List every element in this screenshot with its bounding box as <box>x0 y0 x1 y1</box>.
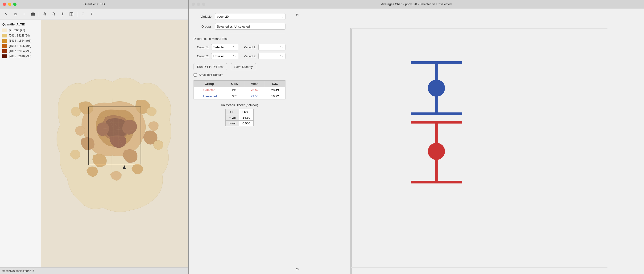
unselected-point <box>428 80 445 97</box>
row-selected-mean: 73.69 <box>244 87 265 93</box>
anova-table: D.F. 568 F-val 14.19 p-val 0.000 <box>225 109 254 126</box>
right-titlebar: Averages Chart - ppov_20 - Selected vs U… <box>189 0 644 8</box>
legend-color-6 <box>2 54 7 58</box>
row-unselected-sd: 16.22 <box>265 93 286 99</box>
period2-label: Period 2: <box>241 54 256 58</box>
map-toolbar: ↖ ⧉ + ✛ <box>0 8 188 20</box>
legend-label-4: [1585 : 1806] (96) <box>9 44 31 48</box>
chart-svg-container: 84 63 42 21 0 <box>290 11 642 274</box>
groups-select-wrapper: Selected vs. Unselected ⌃⌄ <box>215 23 286 30</box>
left-window: Quantile: ALTID ↖ ⧉ + <box>0 0 188 274</box>
left-window-title: Quantile: ALTID <box>84 2 105 6</box>
stats-table: Group Obs. Mean S.D. Selected 215 73.69 … <box>194 80 286 99</box>
legend-label-3: [1414 : 1584] (95) <box>9 39 31 42</box>
anova-df-label: D.F. <box>225 109 239 115</box>
save-dummy-button[interactable]: Save Dummy <box>231 63 256 70</box>
legend-item-3: [1414 : 1584] (95) <box>2 39 39 43</box>
map-area: Quantile: ALTID [2 : 539] (95) [541 : 14… <box>0 20 188 268</box>
minimize-button[interactable] <box>8 2 11 6</box>
legend-label-5: [1807 : 2084] (95) <box>9 49 31 53</box>
col-group: Group <box>194 81 225 87</box>
svg-line-5 <box>46 15 46 16</box>
right-min-btn <box>197 2 200 6</box>
col-obs: Obs. <box>225 81 244 87</box>
maximize-button[interactable] <box>13 2 16 6</box>
group1-select[interactable]: Selected <box>211 44 238 50</box>
right-window-title: Averages Chart - ppov_20 - Selected vs U… <box>381 2 452 6</box>
toolbar-separator-1 <box>39 11 39 17</box>
group1-label: Group 1: <box>194 45 209 49</box>
variable-select[interactable]: ppov_20 <box>215 13 286 20</box>
save-results-row: Save Test Results <box>194 73 286 77</box>
run-diff-test-button[interactable]: Run Diff-in-Diff Test <box>194 63 227 70</box>
anova-pval-value: 0.000 <box>239 121 254 126</box>
legend-item-1: [2 : 539] (95) <box>2 28 39 32</box>
diff-test-title: Difference-in-Means Test: <box>194 37 286 40</box>
group2-row: Group 2: Unselec... ⌃⌄ Period 2: ⌃⌄ <box>194 53 286 59</box>
legend-color-2 <box>2 34 7 37</box>
variable-select-wrapper: ppov_20 ⌃⌄ <box>215 13 286 20</box>
save-results-checkbox[interactable] <box>194 73 197 77</box>
row-unselected-group: Unselected <box>194 93 225 99</box>
groups-label: Groups: <box>194 25 212 28</box>
legend-label-6: [2085 : 2616] (95) <box>9 55 31 58</box>
anova-section: Do Means Differ? (ANOVA) D.F. 568 F-val … <box>194 103 286 126</box>
pan-tool[interactable]: ✛ <box>59 10 66 18</box>
table-row-unselected: Unselected 355 79.53 16.22 <box>194 93 286 99</box>
group2-select[interactable]: Unselec... <box>211 53 238 59</box>
chart-area: 84 63 42 21 0 <box>290 8 644 274</box>
row-selected-obs: 215 <box>225 87 244 93</box>
col-sd: S.D. <box>265 81 286 87</box>
refresh-tool[interactable]: ↻ <box>88 10 96 18</box>
save-results-label[interactable]: Save Test Results <box>199 73 223 77</box>
layer-tool[interactable] <box>29 10 37 18</box>
selected-point <box>428 143 445 160</box>
right-content: Variable: ppov_20 ⌃⌄ Groups: Selected vs… <box>189 8 644 274</box>
svg-line-9 <box>54 15 56 16</box>
right-window: Averages Chart - ppov_20 - Selected vs U… <box>189 0 644 274</box>
group1-select-wrapper: Selected ⌃⌄ <box>211 44 238 50</box>
chart-inner: ppov_20 <box>300 11 642 274</box>
legend-color-3 <box>2 39 7 43</box>
y-tick-84: 84 <box>296 13 299 16</box>
groups-row: Groups: Selected vs. Unselected ⌃⌄ <box>194 23 286 30</box>
left-titlebar: Quantile: ALTID <box>0 0 188 8</box>
period1-select[interactable] <box>258 44 286 50</box>
zoom-out-tool[interactable] <box>50 10 57 18</box>
col-mean: Mean <box>244 81 265 87</box>
zoom-extent-tool[interactable] <box>68 10 75 18</box>
table-row-selected: Selected 215 73.69 20.49 <box>194 87 286 93</box>
group2-select-wrapper: Unselec... ⌃⌄ <box>211 53 238 59</box>
legend-label-1: [2 : 539] (95) <box>9 29 25 32</box>
map-viewport[interactable] <box>41 20 188 268</box>
right-window-controls <box>192 2 205 6</box>
toolbar-separator-2 <box>77 11 77 17</box>
groups-select[interactable]: Selected vs. Unselected <box>215 23 286 30</box>
select-tool[interactable]: ↖ <box>2 10 10 18</box>
period1-select-wrapper: ⌃⌄ <box>258 44 286 50</box>
row-unselected-obs: 355 <box>225 93 244 99</box>
period2-select[interactable] <box>258 53 286 59</box>
anova-fval-label: F-val <box>225 115 239 121</box>
right-max-btn <box>202 2 205 6</box>
zoom-in-tool[interactable] <box>41 10 48 18</box>
row-selected-sd: 20.49 <box>265 87 286 93</box>
group1-row: Group 1: Selected ⌃⌄ Period 1: ⌃⌄ <box>194 44 286 50</box>
status-text: #obs=570 #selected=215 <box>2 269 34 273</box>
svg-marker-14 <box>82 12 84 15</box>
anova-pval-label: p-val <box>225 121 239 126</box>
legend-label-2: [541 : 1413] (94) <box>9 34 30 37</box>
anova-row-fval: F-val 14.19 <box>225 115 254 121</box>
add-tool[interactable]: + <box>20 10 28 18</box>
group2-label: Group 2: <box>194 54 209 58</box>
legend-color-1 <box>2 28 7 32</box>
anova-fval-value: 14.19 <box>239 115 254 121</box>
action-buttons-row: Run Diff-in-Diff Test Save Dummy <box>194 63 286 70</box>
period1-label: Period 1: <box>241 45 256 49</box>
period2-select-wrapper: ⌃⌄ <box>258 53 286 59</box>
copy-tool[interactable]: ⧉ <box>11 10 19 18</box>
close-button[interactable] <box>3 2 6 6</box>
map-svg <box>41 20 188 268</box>
select-region-tool[interactable] <box>79 10 87 18</box>
svg-rect-2 <box>31 15 35 15</box>
